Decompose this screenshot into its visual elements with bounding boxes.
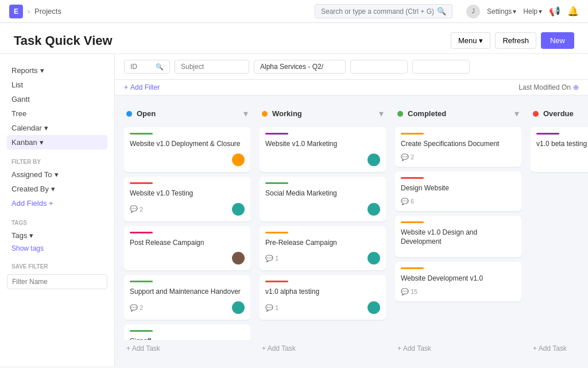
empty2-input[interactable] [419,63,465,71]
completed-cards: Create Specifications Document 💬 2 Desig… [395,127,521,340]
add-task-working[interactable]: + Add Task [260,340,386,357]
card-website-dev[interactable]: Website Development v1.0 💬 15 [395,262,521,301]
open-col-menu[interactable]: ▾ [243,108,248,119]
card-v1-marketing[interactable]: Website v1.0 Marketing [260,127,386,172]
column-overdue: Overdue ▾ v1.0 beta testing + Add Task [531,105,588,357]
card-comments: 💬 2 [130,304,143,312]
card-accent [265,281,288,282]
empty1-input[interactable] [357,63,403,71]
card-footer [536,154,588,166]
card-title: Support and Maintenance Handover [130,287,245,297]
subject-filter[interactable] [175,60,249,74]
search-icon: 🔍 [437,7,446,16]
filter-created-by[interactable]: Created By ▾ [7,182,107,196]
sidebar-item-reports[interactable]: Reports ▾ [7,63,107,78]
content-area: 🔍 Alpha Services - Q2/ + Add Filter Last… [115,54,588,366]
card-accent [265,232,288,233]
working-col-menu[interactable]: ▾ [379,108,384,119]
id-filter[interactable]: 🔍 [124,60,170,74]
column-open-header: Open ▾ [124,105,250,122]
column-overdue-header: Overdue ▾ [531,105,588,122]
subject-input[interactable] [181,63,238,71]
open-title: Open [137,109,156,118]
card-comments: 💬 15 [401,288,417,296]
save-filter-label: SAVE FILTER [11,263,103,270]
card-social-media[interactable]: Social Media Marketing [260,177,386,221]
card-accent [130,182,153,184]
card-specs[interactable]: Create Specifications Document 💬 2 [395,127,521,167]
add-filter-button[interactable]: + Add Filter [124,83,160,91]
open-cards: Website v1.0 Deployment & Closure Websit… [124,127,250,340]
refresh-button[interactable]: Refresh [495,32,536,49]
sort-icon[interactable]: ⊕ [573,83,579,91]
alpha-filter[interactable]: Alpha Services - Q2/ [254,60,346,74]
sidebar-item-tree[interactable]: Tree [7,106,107,121]
column-completed: Completed ▾ Create Specifications Docume… [395,105,521,357]
page-title: Task Quick View [14,33,113,48]
card-signoff[interactable]: Signoff [124,324,250,340]
app-icon[interactable]: E [9,5,23,18]
tags-item[interactable]: Tags ▾ [7,228,107,243]
add-task-overdue[interactable]: + Add Task [531,340,588,357]
alpha-value: Alpha Services - Q2/ [260,63,323,71]
filter-empty2[interactable] [412,60,470,74]
card-title: Create Specifications Document [401,139,516,149]
card-footer: 💬 1 [265,252,380,264]
sidebar: Reports ▾ List Gantt Tree Calendar ▾ Kan… [0,54,115,366]
card-title: v1.0 beta testing [536,139,588,149]
card-pre-release[interactable]: Pre-Release Campaign 💬 1 [260,226,386,271]
new-button[interactable]: New [541,32,574,49]
sidebar-item-gantt[interactable]: Gantt [7,92,107,106]
column-open: Open ▾ Website v1.0 Deployment & Closure [124,105,250,357]
overdue-dot [533,111,539,117]
card-title: Post Release Campaign [130,238,245,248]
filter-assigned-to[interactable]: Assigned To ▾ [7,167,107,182]
card-accent [401,177,424,179]
card-accent [265,182,288,184]
menu-button[interactable]: Menu ▾ [451,32,491,49]
add-fields-button[interactable]: Add Fields + [7,196,107,210]
sidebar-item-calendar[interactable]: Calendar ▾ [7,121,107,135]
card-title: Design Website [401,183,516,193]
filter-name-input[interactable] [7,274,107,289]
card-testing[interactable]: Website v1.0 Testing 💬 2 [124,177,250,221]
card-footer: 💬 15 [401,288,516,296]
completed-col-menu[interactable]: ▾ [514,108,519,119]
add-task-open[interactable]: + Add Task [124,340,250,357]
card-title: Website v1.0 Testing [130,189,245,198]
help-button[interactable]: Help ▾ [523,7,542,16]
card-comments: 💬 2 [130,205,143,213]
card-accent [401,221,424,223]
card-avatar [232,301,245,314]
card-beta-testing[interactable]: v1.0 beta testing [531,127,588,172]
add-task-completed[interactable]: + Add Task [395,340,521,357]
card-deployment[interactable]: Website v1.0 Deployment & Closure [124,127,250,172]
kanban-board: Open ▾ Website v1.0 Deployment & Closure [115,95,588,366]
card-support-handover[interactable]: Support and Maintenance Handover 💬 2 [124,275,250,320]
settings-button[interactable]: Settings ▾ [487,7,516,16]
card-post-release[interactable]: Post Release Campaign [124,226,250,271]
last-modified-sort[interactable]: Last Modified On ⊕ [519,83,579,91]
sidebar-item-list[interactable]: List [7,78,107,92]
filter-empty1[interactable] [350,60,408,74]
notifications-icon[interactable]: 🔔 [567,6,579,17]
show-tags-link[interactable]: Show tags [7,243,107,254]
card-title: Social Media Marketing [265,189,380,198]
column-working: Working ▾ Website v1.0 Marketing [260,105,386,357]
main-layout: Reports ▾ List Gantt Tree Calendar ▾ Kan… [0,54,588,366]
search-input[interactable] [321,7,434,16]
nav-actions: J Settings ▾ Help ▾ 📢 🔔 [466,5,579,18]
header-actions: Menu ▾ Refresh New [451,32,574,49]
card-comments: 💬 2 [401,154,414,161]
card-avatar [368,252,380,264]
breadcrumb-projects[interactable]: Projects [34,7,61,16]
sidebar-item-kanban[interactable]: Kanban ▾ [7,135,107,150]
card-design-dev[interactable]: Website v1.0 Design and Development [395,216,521,258]
announcements-icon[interactable]: 📢 [549,6,560,17]
id-input[interactable] [130,63,153,71]
card-design-website[interactable]: Design Website 💬 6 [395,171,521,211]
card-alpha-testing[interactable]: v1.0 alpha testing 💬 1 [260,275,386,320]
card-accent [130,133,153,135]
search-bar[interactable]: 🔍 [315,4,452,18]
avatar[interactable]: J [466,5,480,18]
